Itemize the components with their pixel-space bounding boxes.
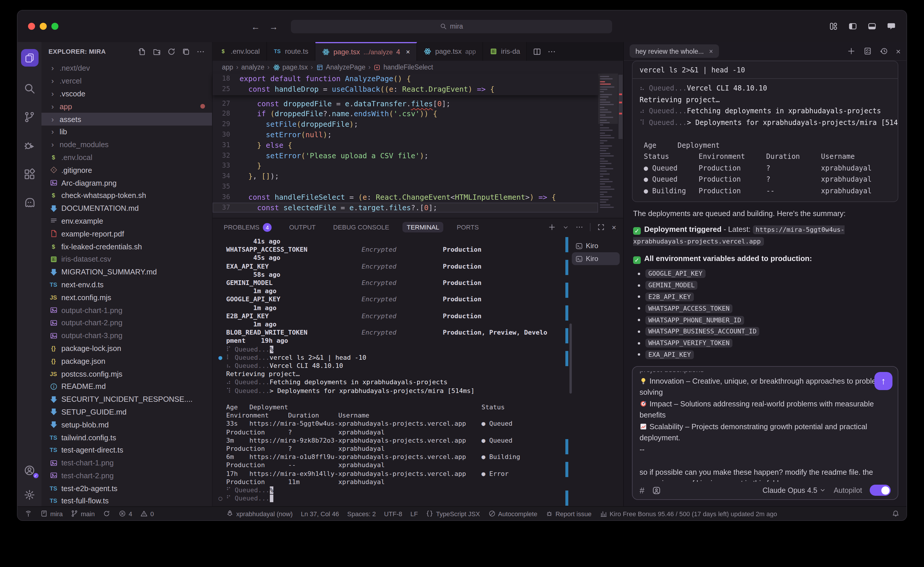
editor-tab[interactable]: page.tsxapp — [417, 42, 483, 61]
file-tree-item[interactable]: TStest-e2b-agent.ts — [42, 482, 212, 495]
status-item-lf[interactable]: LF — [410, 510, 418, 517]
file-tree-item[interactable]: README.md — [42, 380, 212, 393]
file-tree-item[interactable]: TStest-agent-direct.ts — [42, 444, 212, 457]
history-icon[interactable] — [880, 47, 888, 56]
panel-tab-ports[interactable]: PORTS — [453, 222, 483, 232]
layout-grid-icon[interactable] — [829, 22, 838, 31]
panel-bottom-icon[interactable] — [867, 22, 877, 31]
file-tree-item[interactable]: DOCUMENTATION.md — [42, 202, 212, 215]
close-window-button[interactable] — [28, 23, 35, 30]
back-icon[interactable]: ← — [251, 21, 260, 31]
activity-item-extensions[interactable] — [22, 167, 36, 181]
file-tree-item[interactable]: TSnext-env.d.ts — [42, 278, 212, 291]
status-item-xprabhudayal[interactable]: xprabhudayal (now) — [226, 510, 292, 518]
file-tree-item[interactable]: test-chart-2.png — [42, 469, 212, 482]
new-terminal-icon[interactable] — [548, 223, 556, 231]
status-item[interactable] — [892, 510, 900, 518]
breadcrumb-item[interactable]: app — [222, 64, 233, 70]
file-tree-item[interactable]: JSpostcss.config.mjs — [42, 367, 212, 380]
file-tree-item[interactable]: ›.vercel — [42, 75, 212, 88]
attach-image-button[interactable] — [652, 486, 662, 495]
file-tree-item[interactable]: output-chart-1.png — [42, 304, 212, 316]
close-panel-icon[interactable]: × — [612, 223, 616, 231]
panel-tab-debug-console[interactable]: DEBUG CONSOLE — [329, 222, 393, 232]
file-tree-item[interactable]: ›.vscode — [42, 87, 212, 100]
panel-left-icon[interactable] — [848, 22, 857, 31]
file-tree-item[interactable]: env.example — [42, 214, 212, 228]
maximize-panel-icon[interactable] — [597, 223, 605, 231]
activity-item-account[interactable]: ✓ — [22, 463, 36, 477]
terminal-list-item[interactable]: Kiro — [572, 252, 620, 265]
more-icon[interactable] — [576, 223, 584, 231]
editor-tab[interactable]: $.env.local — [213, 42, 267, 61]
status-item-spaces[interactable]: Spaces: 2 — [347, 510, 376, 517]
file-tree-item[interactable]: JSnext.config.mjs — [42, 291, 212, 304]
status-item-main[interactable]: main — [71, 510, 95, 518]
more-icon[interactable] — [196, 47, 205, 56]
file-tree-item[interactable]: output-chart-2.png — [42, 316, 212, 329]
terminal-scrollbar[interactable] — [564, 236, 572, 506]
context-hash-button[interactable]: # — [639, 486, 645, 495]
more-icon[interactable] — [548, 47, 556, 56]
status-item[interactable] — [24, 510, 32, 518]
close-icon[interactable]: × — [896, 46, 901, 56]
collapse-icon[interactable] — [182, 47, 190, 56]
titlebar-search[interactable]: mira — [291, 20, 612, 33]
status-item[interactable] — [103, 510, 110, 518]
file-tree-item[interactable]: example-report.pdf — [42, 228, 212, 240]
new-folder-icon[interactable] — [153, 47, 161, 56]
file-tree-item[interactable]: TStailwind.config.ts — [42, 431, 212, 444]
activity-item-source-control[interactable] — [22, 110, 36, 124]
chat-input[interactable]: ↑ project descriptionsInnovation – Creat… — [632, 366, 898, 500]
panel-tab-output[interactable]: OUTPUT — [285, 222, 320, 232]
panel-tab-terminal[interactable]: TERMINAL — [403, 222, 443, 232]
new-file-icon[interactable] — [138, 47, 147, 56]
file-tree-item[interactable]: $.env.local — [42, 151, 212, 164]
overview-ruler[interactable] — [618, 74, 623, 218]
code-editor[interactable]: 18export default function AnalyzePage() … — [213, 74, 623, 218]
editor-tab[interactable]: iris-da — [483, 42, 527, 61]
status-item-ln[interactable]: Ln 37, Col 46 — [301, 510, 339, 517]
file-tree-item[interactable]: {}package.json — [42, 355, 212, 368]
file-tree-item[interactable]: output-chart-3.png — [42, 329, 212, 342]
chat-bubble-icon[interactable] — [886, 22, 896, 31]
split-editor-icon[interactable] — [533, 47, 542, 56]
autopilot-toggle[interactable] — [870, 485, 891, 496]
file-tree-item[interactable]: ›app — [42, 100, 212, 113]
chat-tab-close-icon[interactable]: × — [709, 48, 713, 55]
file-tree-item[interactable]: $fix-leaked-credentials.sh — [42, 240, 212, 253]
activity-item-kiro[interactable] — [22, 196, 36, 210]
status-item-4[interactable]: 4 — [118, 510, 132, 518]
editor-tab[interactable]: TSroute.ts — [267, 42, 315, 61]
status-item-mira[interactable]: mira — [40, 510, 63, 518]
panel-tab-problems[interactable]: PROBLEMS4 — [220, 221, 276, 233]
file-tree-item[interactable]: setup-blob.md — [42, 418, 212, 431]
status-item-autocomplete[interactable]: Autocomplete — [488, 510, 537, 518]
file-tree-item[interactable]: ›lib — [42, 126, 212, 138]
file-tree-item[interactable]: SECURITY_INCIDENT_RESPONSE.... — [42, 393, 212, 405]
file-tree-item[interactable]: test-chart-1.png — [42, 456, 212, 469]
file-tree-item[interactable]: .gitignore — [42, 164, 212, 177]
status-item-kiro[interactable]: Kiro Free Bonus 95.46 / 500 (17 days lef… — [600, 510, 777, 518]
minimize-window-button[interactable] — [40, 23, 47, 30]
file-tree-item[interactable]: iris-dataset.csv — [42, 253, 212, 266]
terminal-list-item[interactable]: Kiro — [572, 239, 620, 252]
file-tree-item[interactable]: Arc-diagram.png — [42, 176, 212, 189]
file-tree-item[interactable]: {}package-lock.json — [42, 342, 212, 355]
status-item-typescript[interactable]: TypeScript JSX — [426, 510, 480, 518]
tasks-icon[interactable] — [863, 47, 872, 56]
refresh-icon[interactable] — [167, 47, 176, 56]
file-tree-item[interactable]: SETUP_GUIDE.md — [42, 405, 212, 418]
activity-item-run-debug[interactable] — [22, 138, 36, 152]
terminal-dropdown-icon[interactable] — [563, 224, 569, 230]
status-item-utf8[interactable]: UTF-8 — [384, 510, 402, 517]
status-item-0[interactable]: 0 — [141, 510, 154, 518]
file-tree-item[interactable]: TStest-full-flow.ts — [42, 495, 212, 506]
minimap[interactable] — [598, 74, 618, 218]
breadcrumb-item[interactable]: handleFileSelect — [374, 63, 433, 71]
status-item-report[interactable]: Report issue — [546, 510, 592, 518]
chat-tab[interactable]: hey review the whole... × — [630, 44, 719, 58]
file-tree-item[interactable]: $check-whatsapp-token.sh — [42, 189, 212, 202]
activity-item-search[interactable] — [22, 81, 36, 95]
file-tree-item[interactable]: ›node_modules — [42, 138, 212, 151]
